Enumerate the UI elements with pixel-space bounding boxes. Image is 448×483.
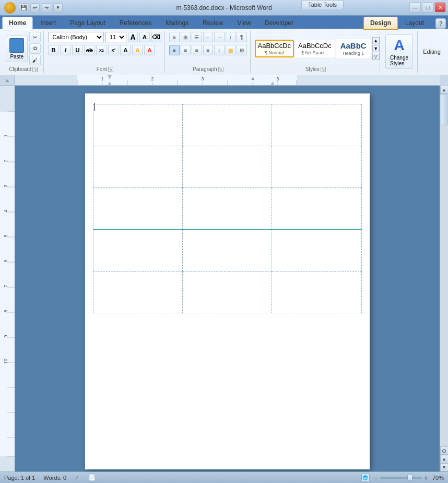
undo-quick-btn[interactable]: ↩ — [30, 3, 40, 13]
increase-font-btn[interactable]: A — [128, 32, 138, 42]
table-cell[interactable] — [272, 104, 361, 146]
styles-scroll-down[interactable]: ▼ — [372, 45, 380, 52]
text-effects-btn[interactable]: A — [120, 45, 131, 55]
scroll-up-button[interactable]: ▲ — [440, 86, 449, 94]
tab-references[interactable]: References — [113, 17, 158, 29]
table-cell[interactable] — [272, 188, 361, 230]
change-styles-button[interactable]: A ChangeStyles — [385, 34, 413, 69]
table-row — [93, 146, 361, 188]
scroll-select-browse-btn[interactable]: ⊙ — [440, 446, 449, 455]
multilevel-list-btn[interactable]: ☰ — [192, 32, 202, 42]
tab-design[interactable]: Design — [363, 17, 398, 30]
scroll-thumb[interactable] — [441, 94, 447, 125]
align-center-btn[interactable]: ≡ — [181, 45, 191, 55]
table-cell[interactable] — [182, 146, 272, 188]
zoom-thumb[interactable] — [407, 475, 412, 481]
table-cell[interactable] — [272, 230, 361, 272]
table-cell[interactable] — [182, 188, 272, 230]
spelling-check-icon[interactable]: ✓ — [75, 474, 79, 481]
style-heading1[interactable]: AaBbC Heading 1 — [336, 39, 371, 58]
tab-insert[interactable]: Insert — [33, 17, 63, 29]
style-nospace-preview: AaBbCcDc — [298, 42, 332, 50]
clear-format-btn[interactable]: ⌫ — [151, 32, 161, 42]
table-cell[interactable] — [93, 272, 182, 313]
tab-mailings[interactable]: Mailings — [159, 17, 195, 29]
zoom-out-button[interactable]: − — [374, 474, 378, 482]
font-family-select[interactable]: Calibri (Body) — [48, 32, 104, 42]
increase-indent-btn[interactable]: → — [214, 32, 224, 42]
table-cell[interactable] — [182, 104, 272, 146]
qa-dropdown-btn[interactable]: ▼ — [53, 3, 63, 13]
cut-button[interactable]: ✂ — [29, 32, 41, 42]
paragraph-expand[interactable]: ↘ — [218, 67, 223, 72]
language-icon[interactable]: 🌐 — [361, 474, 370, 482]
paste-button[interactable]: Paste — [6, 36, 28, 62]
copy-button[interactable]: ⧉ — [29, 43, 41, 54]
align-right-btn[interactable]: ≡ — [192, 45, 202, 55]
scroll-next-btn[interactable]: ▼ — [440, 463, 449, 472]
tab-developer[interactable]: Developer — [258, 17, 300, 29]
zoom-slider[interactable] — [380, 477, 422, 479]
decrease-font-btn[interactable]: A — [139, 32, 149, 42]
superscript-button[interactable]: x² — [108, 45, 119, 55]
style-normal[interactable]: AaBbCcDc ¶ Normal — [255, 40, 294, 57]
strikethrough-button[interactable]: ab — [84, 45, 95, 55]
scroll-prev-btn[interactable]: ▲ — [440, 455, 449, 463]
minimize-button[interactable]: — — [409, 2, 421, 13]
align-left-btn[interactable]: ≡ — [169, 45, 179, 55]
save-quick-btn[interactable]: 💾 — [19, 3, 28, 13]
tab-home[interactable]: Home — [2, 17, 33, 30]
app-icon — [4, 2, 16, 14]
table-cell[interactable] — [182, 230, 272, 272]
font-color-btn[interactable]: A — [144, 45, 155, 55]
styles-expand[interactable]: ▽ — [372, 53, 380, 60]
ribbon-help-btn[interactable]: ? — [435, 18, 446, 29]
svg-text:10: 10 — [3, 359, 8, 364]
maximize-button[interactable]: □ — [422, 2, 433, 13]
numbered-list-btn[interactable]: ⊞ — [181, 32, 191, 42]
line-spacing-btn[interactable]: ↕ — [214, 45, 224, 55]
tab-page-layout[interactable]: Page Layout — [63, 17, 112, 29]
show-formatting-btn[interactable]: ¶ — [237, 32, 246, 42]
ruler-corner[interactable]: ⊾ — [0, 75, 15, 86]
justify-btn[interactable]: ≡ — [203, 45, 213, 55]
table-cell[interactable] — [272, 272, 361, 313]
underline-button[interactable]: U — [72, 45, 82, 55]
scroll-track[interactable] — [440, 94, 448, 446]
shading-btn[interactable]: ▦ — [226, 45, 235, 55]
close-button[interactable]: ✕ — [434, 2, 446, 13]
document-page[interactable] — [85, 93, 370, 469]
format-painter-button[interactable]: 🖌 — [29, 55, 41, 65]
subscript-button[interactable]: x₂ — [96, 45, 107, 55]
bullet-list-btn[interactable]: ≡ — [169, 32, 179, 42]
styles-scroll-up[interactable]: ▲ — [372, 37, 380, 44]
table-cell[interactable] — [272, 146, 361, 188]
clipboard-expand[interactable]: ↘ — [32, 67, 38, 72]
tab-review[interactable]: Review — [196, 17, 230, 29]
borders-btn[interactable]: ⊞ — [237, 45, 246, 55]
para-row2: ≡ ≡ ≡ ≡ ↕ ▦ ⊞ — [169, 45, 246, 55]
tab-layout[interactable]: Layout — [398, 17, 431, 29]
table-cell[interactable] — [93, 188, 182, 230]
zoom-level[interactable]: 70% — [432, 475, 444, 481]
table-row — [93, 188, 361, 230]
big-a-icon: A — [394, 37, 404, 54]
font-size-select[interactable]: 11 — [105, 32, 126, 42]
table-cell[interactable] — [93, 146, 182, 188]
italic-button[interactable]: I — [60, 45, 70, 55]
sort-btn[interactable]: ↕ — [226, 32, 235, 42]
decrease-indent-btn[interactable]: ← — [203, 32, 213, 42]
table-cell[interactable] — [182, 272, 272, 313]
styles-expand-btn[interactable]: ↘ — [321, 67, 326, 72]
style-no-spacing[interactable]: AaBbCcDc ¶ No Spaci... — [295, 40, 335, 57]
font-expand[interactable]: ↘ — [108, 67, 113, 72]
table-cell[interactable] — [93, 104, 182, 146]
zoom-in-button[interactable]: + — [424, 474, 428, 482]
review-icon[interactable]: 📄 — [88, 473, 96, 482]
table-cell[interactable] — [93, 230, 182, 272]
tab-view[interactable]: View — [231, 17, 258, 29]
bold-button[interactable]: B — [48, 45, 58, 55]
redo-quick-btn[interactable]: ↪ — [42, 3, 51, 13]
document-area[interactable] — [15, 86, 440, 472]
highlight-btn[interactable]: A — [132, 45, 143, 55]
